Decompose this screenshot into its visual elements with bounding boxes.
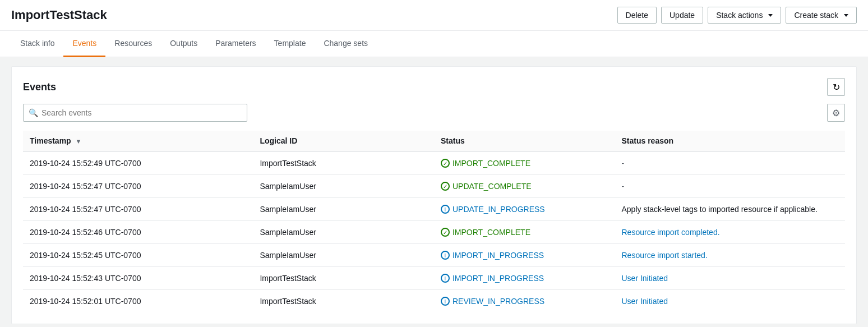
- cell-status-reason: -: [615, 175, 846, 198]
- tab-stack-info[interactable]: Stack info: [11, 31, 63, 57]
- table-row: 2019-10-24 15:52:43 UTC-0700ImportTestSt…: [23, 267, 845, 290]
- create-stack-button[interactable]: Create stack: [786, 7, 857, 24]
- table-row: 2019-10-24 15:52:45 UTC-0700SampleIamUse…: [23, 244, 845, 267]
- cell-logical-id: SampleIamUser: [253, 175, 434, 198]
- cell-logical-id: SampleIamUser: [253, 198, 434, 221]
- cell-status: ✓IMPORT_COMPLETE: [434, 221, 615, 244]
- tab-change-sets[interactable]: Change sets: [315, 31, 377, 57]
- table-row: 2019-10-24 15:52:49 UTC-0700ImportTestSt…: [23, 151, 845, 175]
- cell-logical-id: SampleIamUser: [253, 221, 434, 244]
- table-row: 2019-10-24 15:52:46 UTC-0700SampleIamUse…: [23, 221, 845, 244]
- refresh-button[interactable]: ↻: [827, 78, 845, 96]
- cell-timestamp: 2019-10-24 15:52:46 UTC-0700: [23, 221, 253, 244]
- cell-logical-id: ImportTestStack: [253, 267, 434, 290]
- cell-status: ✓IMPORT_COMPLETE: [434, 151, 615, 175]
- header-actions: Delete Update Stack actions Create stack: [617, 7, 857, 24]
- status-text: UPDATE_COMPLETE: [453, 182, 532, 191]
- panel-title: Events: [23, 81, 56, 93]
- search-row: 🔍 ⚙: [23, 104, 845, 122]
- search-icon: 🔍: [29, 108, 38, 117]
- cell-status-reason: Resource import completed.: [615, 221, 846, 244]
- cell-status: iIMPORT_IN_PROGRESS: [434, 267, 615, 290]
- update-button[interactable]: Update: [661, 7, 703, 24]
- progress-circle-icon: i: [441, 297, 450, 306]
- check-circle-icon: ✓: [441, 182, 450, 191]
- cell-logical-id: SampleIamUser: [253, 244, 434, 267]
- page-title: ImportTestStack: [11, 8, 107, 22]
- cell-timestamp: 2019-10-24 15:52:47 UTC-0700: [23, 175, 253, 198]
- tabs-bar: Stack info Events Resources Outputs Para…: [0, 31, 868, 57]
- cell-timestamp: 2019-10-24 15:52:43 UTC-0700: [23, 267, 253, 290]
- tab-outputs[interactable]: Outputs: [161, 31, 206, 57]
- cell-status: iUPDATE_IN_PROGRESS: [434, 198, 615, 221]
- tab-events[interactable]: Events: [63, 31, 105, 57]
- cell-status: ✓UPDATE_COMPLETE: [434, 175, 615, 198]
- cell-timestamp: 2019-10-24 15:52:49 UTC-0700: [23, 151, 253, 175]
- chevron-down-icon: [844, 14, 848, 17]
- col-header-logical-id: Logical ID: [253, 131, 434, 151]
- cell-status-reason: -: [615, 151, 846, 175]
- chevron-down-icon: [768, 14, 773, 17]
- stack-actions-button[interactable]: Stack actions: [708, 7, 781, 24]
- cell-logical-id: ImportTestStack: [253, 290, 434, 313]
- table-row: 2019-10-24 15:52:47 UTC-0700SampleIamUse…: [23, 175, 845, 198]
- col-header-status: Status: [434, 131, 615, 151]
- progress-circle-icon: i: [441, 251, 450, 260]
- cell-status-reason: Resource import started.: [615, 244, 846, 267]
- status-text: IMPORT_COMPLETE: [453, 159, 530, 168]
- col-header-status-reason: Status reason: [615, 131, 846, 151]
- cell-timestamp: 2019-10-24 15:52:01 UTC-0700: [23, 290, 253, 313]
- progress-circle-icon: i: [441, 205, 450, 214]
- main-content: Events ↻ 🔍 ⚙ Timestamp ▼ Logical ID: [0, 57, 868, 327]
- cell-timestamp: 2019-10-24 15:52:47 UTC-0700: [23, 198, 253, 221]
- search-wrapper: 🔍: [23, 104, 247, 122]
- check-circle-icon: ✓: [441, 228, 450, 237]
- status-text: IMPORT_IN_PROGRESS: [453, 251, 544, 260]
- status-text: IMPORT_COMPLETE: [453, 228, 530, 237]
- cell-status-reason: Apply stack-level tags to imported resou…: [615, 198, 846, 221]
- tab-resources[interactable]: Resources: [105, 31, 161, 57]
- col-header-timestamp[interactable]: Timestamp ▼: [23, 131, 253, 151]
- search-input[interactable]: [23, 104, 247, 122]
- cell-status-reason: User Initiated: [615, 267, 846, 290]
- tab-template[interactable]: Template: [265, 31, 315, 57]
- events-panel: Events ↻ 🔍 ⚙ Timestamp ▼ Logical ID: [11, 66, 857, 324]
- cell-status-reason: User Initiated: [615, 290, 846, 313]
- sort-icon: ▼: [76, 138, 82, 145]
- check-circle-icon: ✓: [441, 159, 450, 168]
- status-text: UPDATE_IN_PROGRESS: [453, 205, 545, 214]
- cell-logical-id: ImportTestStack: [253, 151, 434, 175]
- table-row: 2019-10-24 15:52:01 UTC-0700ImportTestSt…: [23, 290, 845, 313]
- table-row: 2019-10-24 15:52:47 UTC-0700SampleIamUse…: [23, 198, 845, 221]
- settings-button[interactable]: ⚙: [827, 104, 845, 122]
- events-table: Timestamp ▼ Logical ID Status Status rea…: [23, 131, 845, 312]
- delete-button[interactable]: Delete: [617, 7, 657, 24]
- cell-timestamp: 2019-10-24 15:52:45 UTC-0700: [23, 244, 253, 267]
- status-text: IMPORT_IN_PROGRESS: [453, 274, 544, 283]
- panel-header: Events ↻: [23, 78, 845, 96]
- status-text: REVIEW_IN_PROGRESS: [453, 297, 544, 306]
- tab-parameters[interactable]: Parameters: [206, 31, 265, 57]
- cell-status: iREVIEW_IN_PROGRESS: [434, 290, 615, 313]
- progress-circle-icon: i: [441, 274, 450, 283]
- cell-status: iIMPORT_IN_PROGRESS: [434, 244, 615, 267]
- page-header: ImportTestStack Delete Update Stack acti…: [0, 0, 868, 31]
